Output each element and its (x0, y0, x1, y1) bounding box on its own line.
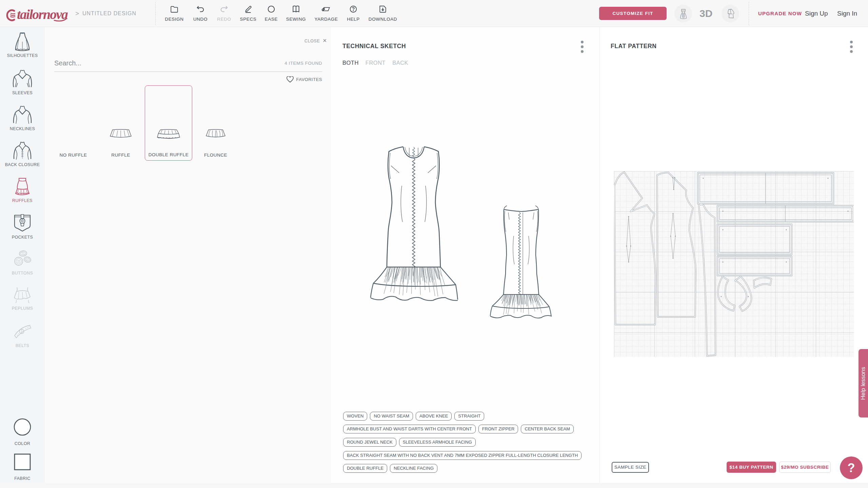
svg-text:tailornova: tailornova (17, 7, 68, 22)
